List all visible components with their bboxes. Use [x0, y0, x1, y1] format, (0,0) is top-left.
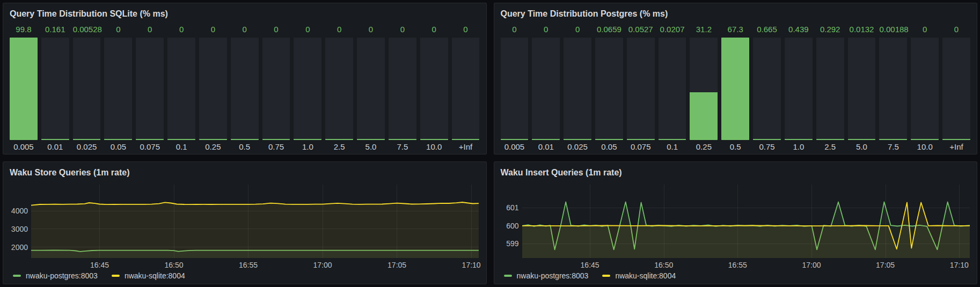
- bar-fill: [501, 139, 529, 140]
- bar-bucket: 0.005280.025: [73, 23, 101, 154]
- bar-value-label: 0: [532, 23, 560, 38]
- bar-fill: [816, 139, 844, 140]
- series-area: [31, 202, 479, 258]
- y-tick-label: 601: [500, 203, 519, 212]
- bar-track: [595, 38, 623, 140]
- x-tick-label: 17:05: [876, 261, 895, 269]
- bar-fill: [104, 139, 132, 140]
- bar-fill: [136, 139, 164, 140]
- bar-track: [325, 38, 353, 140]
- bar-bucket: 0.4391.0: [785, 23, 813, 154]
- store-queries-plot-area[interactable]: 20003000400016:4516:5016:5517:0017:0517:…: [31, 185, 479, 258]
- bar-value-label: 0: [501, 23, 529, 38]
- x-tick-label: 17:10: [462, 261, 481, 269]
- bar-value-label: 0.292: [816, 23, 844, 38]
- bar-bucket: 0.06590.05: [595, 23, 623, 154]
- x-tick-label: 16:50: [164, 261, 183, 269]
- x-tick-label: 17:00: [802, 261, 821, 269]
- y-tick-label: 3000: [9, 224, 28, 234]
- insert-queries-plot-area[interactable]: 59960060116:4516:5016:5517:0017:0517:10: [522, 185, 970, 258]
- bar-bucket: 00.05: [104, 23, 132, 154]
- bar-bucket: 99.80.005: [10, 23, 38, 154]
- series-color-dash-green: [504, 275, 512, 277]
- panel-title-query-time-sqlite[interactable]: Query Time Distribution SQLite (% ms): [10, 8, 481, 20]
- series-area: [522, 202, 970, 258]
- bar-category-label: 0.01: [532, 140, 560, 154]
- bar-bucket: 00.01: [532, 23, 560, 154]
- bar-track: [420, 38, 448, 140]
- bar-bucket: 02.5: [325, 23, 353, 154]
- bar-fill: [199, 139, 227, 140]
- series-color-dash-green: [13, 275, 21, 277]
- bar-category-label: 5.0: [848, 140, 876, 154]
- bar-category-label: 2.5: [325, 140, 353, 154]
- legend-label: nwaku-sqlite:8004: [125, 271, 185, 280]
- bar-fill: [73, 139, 101, 140]
- bar-value-label: 0: [231, 23, 259, 38]
- bar-value-label: 0: [942, 23, 970, 38]
- legend-item-nwaku-postgres[interactable]: nwaku-postgres:8003: [504, 271, 589, 280]
- panel-query-time-postgres: Query Time Distribution Postgres (% ms) …: [494, 3, 978, 154]
- bar-category-label: 0.5: [231, 140, 259, 154]
- bar-bucket: 01.0: [294, 23, 321, 154]
- x-tick-label: 16:55: [728, 261, 747, 269]
- y-tick-label: 600: [500, 221, 519, 231]
- legend-item-nwaku-postgres[interactable]: nwaku-postgres:8003: [13, 271, 98, 280]
- bar-track: [785, 38, 813, 140]
- bar-track: [627, 38, 655, 140]
- bar-fill: [294, 139, 321, 140]
- legend-item-nwaku-sqlite[interactable]: nwaku-sqlite:8004: [112, 271, 185, 280]
- bar-fill: [420, 139, 448, 140]
- bar-category-label: 0.05: [595, 140, 623, 154]
- bar-category-label: 0.75: [262, 140, 290, 154]
- panel-title-query-time-postgres[interactable]: Query Time Distribution Postgres (% ms): [501, 8, 972, 20]
- bar-track: [167, 38, 195, 140]
- bar-bucket: 0+Inf: [942, 23, 970, 154]
- x-tick-label: 16:45: [581, 261, 599, 269]
- bar-category-label: 0.01: [41, 140, 69, 154]
- bar-bucket: 0.05270.075: [627, 23, 655, 154]
- legend-item-nwaku-sqlite[interactable]: nwaku-sqlite:8004: [602, 271, 676, 280]
- bar-track: [753, 38, 781, 140]
- bar-value-label: 0.00188: [879, 23, 907, 38]
- bar-value-label: 0.0132: [848, 23, 876, 38]
- bar-bucket: 00.025: [564, 23, 591, 154]
- x-tick-label: 17:10: [950, 261, 969, 269]
- bar-category-label: 7.5: [389, 140, 416, 154]
- bar-fill: [595, 139, 623, 140]
- bar-bucket: 00.005: [501, 23, 529, 154]
- x-tick-label: 16:45: [90, 261, 109, 269]
- bar-value-label: 0.0527: [627, 23, 655, 38]
- bar-bucket: 00.25: [199, 23, 227, 154]
- bar-track: [452, 38, 480, 140]
- panel-title-waku-insert-queries[interactable]: Waku Insert Queries (1m rate): [501, 166, 972, 179]
- x-tick-label: 17:05: [387, 261, 406, 269]
- series-color-dash-yellow: [602, 275, 610, 277]
- bar-track: [294, 38, 321, 140]
- bar-bucket: 07.5: [389, 23, 416, 154]
- bar-fill: [10, 38, 38, 140]
- panel-title-waku-store-queries[interactable]: Waku Store Queries (1m rate): [10, 166, 481, 179]
- bar-track: [816, 38, 844, 140]
- bar-category-label: 0.05: [104, 140, 132, 154]
- bar-value-label: 0: [104, 23, 132, 38]
- bar-category-label: 10.0: [420, 140, 448, 154]
- bar-track: [357, 38, 385, 140]
- bar-bucket: 0.01325.0: [848, 23, 876, 154]
- bar-bucket: 31.20.25: [690, 23, 718, 154]
- bar-value-label: 0.0207: [659, 23, 686, 38]
- bar-fill: [532, 139, 560, 140]
- y-tick-label: 4000: [9, 206, 28, 216]
- panel-query-time-sqlite: Query Time Distribution SQLite (% ms) 99…: [3, 3, 487, 154]
- bar-value-label: 0: [911, 23, 939, 38]
- bar-track: [41, 38, 69, 140]
- bar-category-label: 1.0: [294, 140, 321, 154]
- bar-track: [231, 38, 259, 140]
- bar-value-label: 0: [389, 23, 416, 38]
- bar-track: [848, 38, 876, 140]
- bar-value-label: 0: [357, 23, 385, 38]
- bar-category-label: 0.1: [659, 140, 686, 154]
- bar-category-label: 1.0: [785, 140, 813, 154]
- bar-bucket: 0.001887.5: [879, 23, 907, 154]
- bar-value-label: 67.3: [721, 23, 749, 38]
